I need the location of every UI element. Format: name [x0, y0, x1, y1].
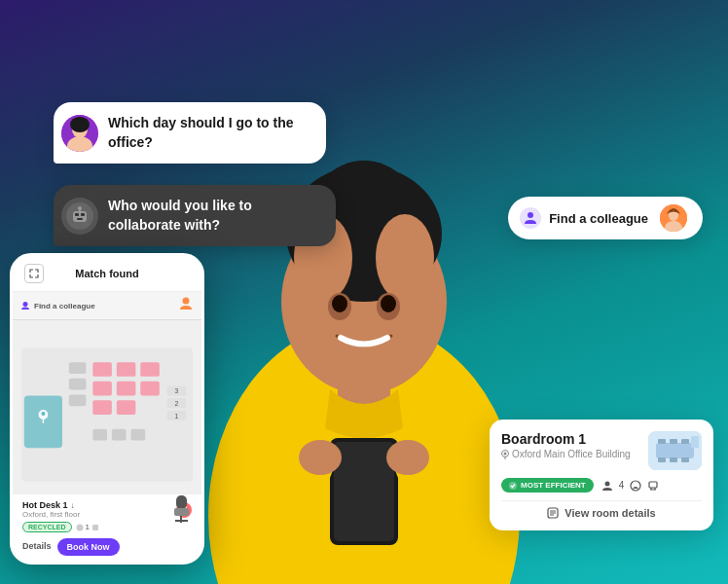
svg-rect-42 [92, 400, 112, 415]
svg-rect-73 [681, 439, 689, 444]
svg-point-7 [376, 214, 434, 302]
colleague-avatar [660, 204, 687, 232]
bot-avatar [61, 198, 98, 235]
svg-rect-44 [69, 362, 87, 374]
svg-rect-75 [670, 457, 677, 462]
svg-rect-46 [69, 394, 87, 406]
boardroom-location: Oxford Main Office Building [501, 449, 631, 459]
svg-point-29 [528, 212, 533, 218]
svg-point-21 [70, 117, 90, 132]
svg-rect-74 [658, 457, 666, 462]
svg-rect-76 [681, 457, 689, 462]
svg-rect-28 [79, 209, 81, 212]
svg-rect-40 [117, 382, 136, 396]
svg-point-33 [23, 302, 28, 307]
boardroom-card: Boardroom 1 Oxford Main Office Building [490, 420, 713, 530]
svg-rect-41 [140, 382, 160, 396]
user-avatar [61, 115, 98, 152]
svg-point-11 [381, 295, 396, 312]
svg-rect-37 [117, 362, 136, 377]
svg-rect-59 [130, 429, 145, 441]
phone-mockup: Match found Find a colleague [10, 253, 204, 565]
boardroom-top-section: Boardroom 1 Oxford Main Office Building [501, 431, 702, 470]
svg-rect-39 [92, 382, 112, 396]
phone-title: Match found [75, 268, 138, 279]
svg-text:3: 3 [175, 387, 179, 394]
svg-text:2: 2 [175, 400, 179, 407]
hot-desk-location: Oxford, first floor [22, 510, 80, 519]
svg-point-49 [41, 412, 45, 416]
svg-rect-72 [670, 439, 677, 444]
svg-rect-77 [691, 436, 699, 448]
svg-point-80 [631, 481, 640, 491]
svg-point-17 [386, 440, 429, 475]
view-room-details-button[interactable]: View room details [501, 507, 702, 519]
svg-rect-45 [69, 379, 87, 390]
capacity-count: 4 [619, 480, 625, 491]
svg-rect-23 [73, 211, 87, 222]
details-button[interactable]: Details [22, 541, 52, 551]
svg-text:1: 1 [175, 413, 179, 420]
svg-point-34 [183, 298, 190, 305]
svg-rect-81 [649, 482, 657, 488]
capacity-info: 4 [601, 480, 660, 492]
svg-point-16 [299, 440, 342, 475]
svg-rect-58 [112, 429, 127, 441]
phone-footer: Hot Desk 1 ↓ Oxford, first floor ✕ RECYC… [13, 493, 201, 562]
hot-desk-name: Hot Desk 1 [22, 500, 68, 510]
find-colleague-icon [520, 207, 541, 229]
chat-bubble-user: Which day should I go to the office? [54, 102, 326, 164]
svg-rect-26 [77, 218, 83, 220]
phone-find-label: Find a colleague [34, 302, 95, 310]
svg-rect-62 [176, 495, 187, 509]
svg-point-79 [604, 481, 609, 486]
boardroom-badges: MOST EFFICIENT 4 [501, 478, 702, 493]
svg-rect-13 [334, 442, 394, 541]
svg-rect-43 [117, 400, 136, 415]
book-now-button[interactable]: Book Now [57, 538, 120, 556]
phone-find-bar: Find a colleague [13, 292, 201, 320]
chat-bubble-bot: Who would you like to collaborate with? [54, 185, 336, 246]
svg-point-5 [335, 161, 393, 219]
most-efficient-badge: MOST EFFICIENT [501, 478, 594, 493]
svg-rect-61 [92, 525, 98, 530]
boardroom-location-text: Oxford Main Office Building [512, 449, 631, 459]
view-room-label: View room details [564, 507, 655, 519]
boardroom-divider [501, 500, 702, 501]
svg-point-60 [76, 524, 83, 530]
find-colleague-label: Find a colleague [549, 211, 648, 226]
user-chat-text: Which day should I go to the office? [108, 114, 310, 152]
phone-top-bar: Match found [13, 256, 201, 292]
recycled-badge: RECYCLED [22, 522, 72, 532]
svg-rect-25 [81, 213, 85, 216]
svg-rect-38 [140, 362, 160, 377]
boardroom-title: Boardroom 1 [501, 431, 631, 447]
svg-rect-57 [92, 429, 107, 441]
svg-rect-70 [656, 443, 694, 458]
svg-rect-24 [75, 213, 79, 216]
phone-expand-icon[interactable] [24, 264, 44, 283]
svg-rect-36 [92, 362, 112, 377]
boardroom-info: Boardroom 1 Oxford Main Office Building [501, 431, 631, 459]
most-efficient-label: MOST EFFICIENT [521, 481, 586, 490]
svg-rect-71 [658, 439, 666, 444]
svg-rect-63 [174, 508, 189, 516]
svg-point-10 [332, 295, 347, 312]
boardroom-image [648, 431, 702, 470]
find-colleague-button[interactable]: Find a colleague [508, 197, 703, 239]
svg-point-67 [504, 452, 507, 455]
bot-chat-text: Who would you like to collaborate with? [108, 197, 320, 235]
phone-floorplan: 3 2 1 [13, 320, 201, 509]
